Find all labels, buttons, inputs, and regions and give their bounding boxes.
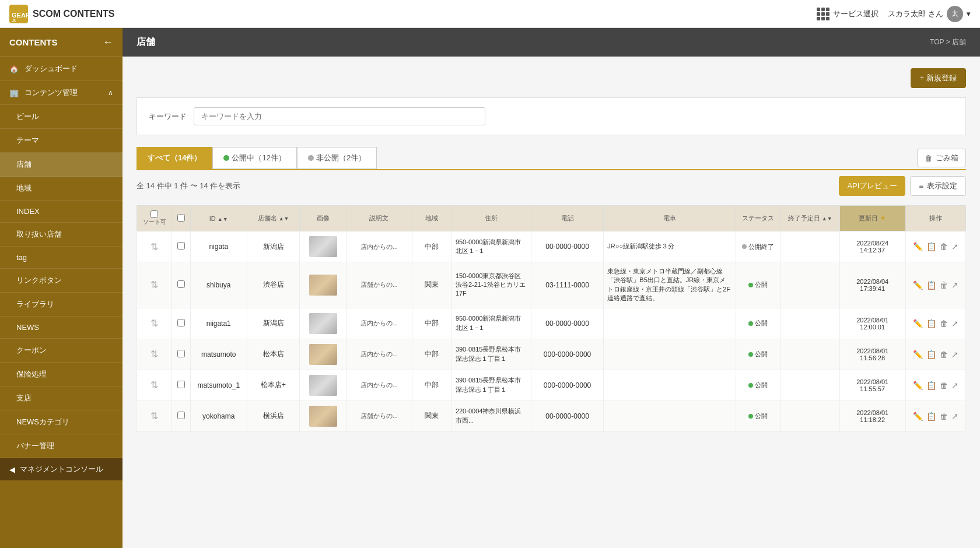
edit-icon[interactable]: ✏️ bbox=[913, 280, 923, 290]
cell-name: 横浜店 bbox=[247, 401, 300, 431]
drag-handle-cell[interactable]: ⇅ bbox=[137, 401, 172, 431]
drag-handle-icon[interactable]: ⇅ bbox=[150, 242, 158, 252]
sidebar-item-library[interactable]: ライブラリ bbox=[0, 293, 123, 317]
col-header-name[interactable]: 店舗名 ▲▼ bbox=[247, 206, 300, 231]
logo[interactable]: GEAR -S SCOM CONTENTS bbox=[9, 5, 114, 23]
delete-icon[interactable]: 🗑 bbox=[940, 412, 948, 421]
drag-handle-cell[interactable]: ⇅ bbox=[137, 308, 172, 339]
sidebar-item-news[interactable]: NEWS bbox=[0, 317, 123, 339]
drag-handle-icon[interactable]: ⇅ bbox=[150, 318, 158, 328]
drag-handle-cell[interactable]: ⇅ bbox=[137, 370, 172, 401]
sidebar-back-button[interactable]: ← bbox=[103, 36, 113, 48]
user-info[interactable]: スカラ太郎 さん 太 ▾ bbox=[888, 6, 971, 22]
trash-button[interactable]: 🗑 ごみ箱 bbox=[917, 149, 966, 167]
select-all-checkbox[interactable] bbox=[150, 210, 158, 218]
status-dot bbox=[748, 321, 753, 326]
new-registration-button[interactable]: + 新規登録 bbox=[911, 68, 966, 88]
drag-handle-icon[interactable]: ⇅ bbox=[150, 349, 158, 359]
sidebar-item-coupon[interactable]: クーポン bbox=[0, 339, 123, 363]
col-header-id[interactable]: ID ▲▼ bbox=[190, 206, 247, 231]
drag-handle-cell[interactable]: ⇅ bbox=[137, 231, 172, 262]
share-icon[interactable]: ↗ bbox=[951, 350, 958, 359]
row-checkbox[interactable] bbox=[177, 350, 185, 357]
share-icon[interactable]: ↗ bbox=[951, 242, 958, 251]
edit-icon[interactable]: ✏️ bbox=[913, 242, 923, 251]
row-checkbox-cell[interactable] bbox=[172, 401, 191, 431]
col-checkbox-all[interactable] bbox=[177, 214, 185, 222]
sidebar-item-news-category[interactable]: NEWSカテゴリ bbox=[0, 410, 123, 434]
sidebar-item-theme[interactable]: テーマ bbox=[0, 129, 123, 153]
drag-handle-icon[interactable]: ⇅ bbox=[150, 411, 158, 421]
delete-icon[interactable]: 🗑 bbox=[940, 381, 948, 390]
share-icon[interactable]: ↗ bbox=[951, 412, 958, 421]
copy-icon[interactable]: 📋 bbox=[926, 242, 936, 251]
tab-all[interactable]: すべて（14件） bbox=[136, 147, 212, 169]
cell-train bbox=[604, 370, 736, 401]
sidebar-item-insurance[interactable]: 保険処理 bbox=[0, 363, 123, 387]
tab-public[interactable]: 公開中（12件） bbox=[212, 147, 296, 169]
row-checkbox-cell[interactable] bbox=[172, 370, 191, 401]
cell-desc: 店舗からの... bbox=[346, 262, 412, 308]
action-icons: ✏️ 📋 🗑 ↗ bbox=[909, 381, 962, 390]
col-header-end-date[interactable]: 終了予定日 ▲▼ bbox=[780, 206, 839, 231]
action-icons: ✏️ 📋 🗑 ↗ bbox=[909, 242, 962, 251]
sidebar-item-region[interactable]: 地域 bbox=[0, 177, 123, 201]
display-settings-button[interactable]: ≡ 表示設定 bbox=[910, 176, 966, 196]
management-console-link[interactable]: ◀ マネジメントコンソール bbox=[0, 458, 123, 480]
drag-handle-cell[interactable]: ⇅ bbox=[137, 262, 172, 308]
row-checkbox-cell[interactable] bbox=[172, 308, 191, 339]
table-row: ⇅ nigata 新潟店 店内からの... 中部 950-0000新潟県新潟市北… bbox=[137, 231, 966, 262]
row-checkbox[interactable] bbox=[177, 242, 185, 250]
status-dot bbox=[748, 414, 753, 419]
sidebar-header: CONTENTS ← bbox=[0, 28, 123, 57]
action-icons: ✏️ 📋 🗑 ↗ bbox=[909, 412, 962, 421]
sidebar-item-contents[interactable]: 🏢 コンテンツ管理 ∧ bbox=[0, 81, 123, 105]
row-checkbox[interactable] bbox=[177, 412, 185, 419]
copy-icon[interactable]: 📋 bbox=[926, 412, 936, 421]
sidebar-item-store[interactable]: 店舗 bbox=[0, 153, 123, 177]
cell-phone: 00-0000-0000 bbox=[531, 231, 604, 262]
sidebar-item-handling-store[interactable]: 取り扱い店舗 bbox=[0, 223, 123, 247]
delete-icon[interactable]: 🗑 bbox=[940, 242, 948, 251]
layout: CONTENTS ← 🏠 ダッシュボード 🏢 コンテンツ管理 ∧ ビール テーマ… bbox=[0, 28, 980, 548]
share-icon[interactable]: ↗ bbox=[951, 280, 958, 290]
cell-ops: ✏️ 📋 🗑 ↗ bbox=[905, 262, 965, 308]
search-input[interactable] bbox=[194, 107, 485, 125]
api-preview-button[interactable]: APIプレビュー bbox=[839, 176, 905, 196]
edit-icon[interactable]: ✏️ bbox=[913, 350, 923, 359]
copy-icon[interactable]: 📋 bbox=[926, 280, 936, 290]
sidebar-item-tag[interactable]: tag bbox=[0, 247, 123, 269]
col-header-checkbox bbox=[172, 206, 191, 231]
row-checkbox-cell[interactable] bbox=[172, 339, 191, 370]
drag-handle-icon[interactable]: ⇅ bbox=[150, 380, 158, 390]
service-select[interactable]: サービス選択 bbox=[817, 8, 878, 20]
row-checkbox[interactable] bbox=[177, 381, 185, 388]
drag-handle-cell[interactable]: ⇅ bbox=[137, 339, 172, 370]
tab-private[interactable]: 非公開（2件） bbox=[297, 147, 377, 169]
delete-icon[interactable]: 🗑 bbox=[940, 280, 948, 290]
copy-icon[interactable]: 📋 bbox=[926, 350, 936, 359]
row-checkbox-cell[interactable] bbox=[172, 262, 191, 308]
sidebar-item-index[interactable]: INDEX bbox=[0, 201, 123, 223]
copy-icon[interactable]: 📋 bbox=[926, 381, 936, 390]
delete-icon[interactable]: 🗑 bbox=[940, 350, 948, 359]
share-icon[interactable]: ↗ bbox=[951, 381, 958, 390]
sidebar-item-beer[interactable]: ビール bbox=[0, 105, 123, 129]
col-header-address: 住所 bbox=[452, 206, 531, 231]
col-header-updated[interactable]: 更新日 ▼ bbox=[839, 206, 905, 231]
share-icon[interactable]: ↗ bbox=[951, 319, 958, 328]
cell-image bbox=[300, 339, 346, 370]
copy-icon[interactable]: 📋 bbox=[926, 319, 936, 328]
drag-handle-icon[interactable]: ⇅ bbox=[150, 280, 158, 290]
row-checkbox[interactable] bbox=[177, 280, 185, 288]
sidebar-item-banner[interactable]: バナー管理 bbox=[0, 434, 123, 458]
row-checkbox[interactable] bbox=[177, 319, 185, 326]
sidebar-item-link-button[interactable]: リンクボタン bbox=[0, 269, 123, 293]
row-checkbox-cell[interactable] bbox=[172, 231, 191, 262]
edit-icon[interactable]: ✏️ bbox=[913, 412, 923, 421]
edit-icon[interactable]: ✏️ bbox=[913, 381, 923, 390]
sidebar-item-branch[interactable]: 支店 bbox=[0, 387, 123, 410]
edit-icon[interactable]: ✏️ bbox=[913, 319, 923, 328]
sidebar-item-dashboard[interactable]: 🏠 ダッシュボード bbox=[0, 57, 123, 81]
delete-icon[interactable]: 🗑 bbox=[940, 319, 948, 328]
